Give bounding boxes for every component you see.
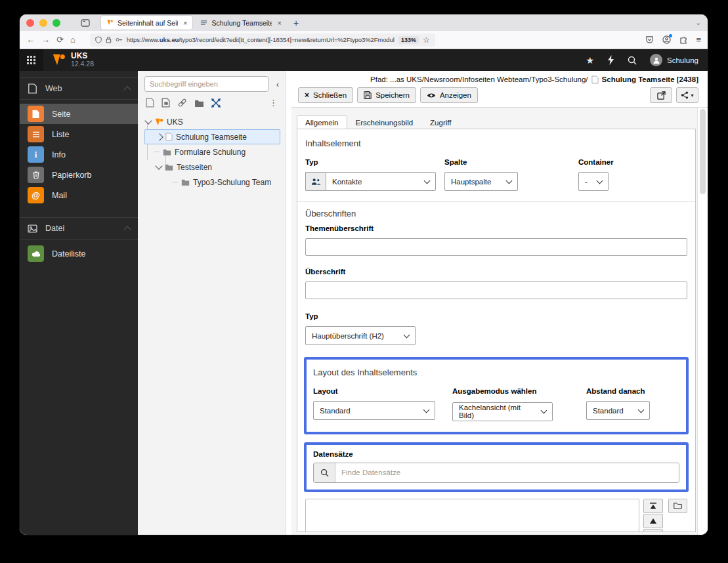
sidebar-item-info[interactable]: i Info <box>20 144 138 165</box>
abstand-select[interactable]: Standard <box>586 401 650 420</box>
ausgabemodus-select[interactable]: Kachelansicht (mit Bild) <box>452 402 553 421</box>
clear-cache-bolt-icon[interactable] <box>607 55 614 65</box>
tree-node-testseiten[interactable]: Testseiten <box>144 159 282 175</box>
record-listbox[interactable] <box>305 499 639 533</box>
chevron-right-icon[interactable] <box>156 133 163 140</box>
chevron-up-icon <box>123 226 131 233</box>
tab-erscheinungsbild[interactable]: Erscheinungsbild <box>347 115 422 129</box>
tree-node-root[interactable]: UKS <box>144 114 282 129</box>
account-icon[interactable] <box>662 35 671 44</box>
minimize-window-button[interactable] <box>39 19 47 27</box>
open-in-new-window-button[interactable] <box>650 87 672 103</box>
module-group-datei[interactable]: Datei <box>20 217 138 240</box>
tree-node-selected[interactable]: Schulung Teamseite <box>144 129 280 144</box>
ueberschrift-typ-select[interactable]: Hauptüberschrift (H2) <box>305 326 416 345</box>
browser-tab-active[interactable]: Seiteninhalt auf Seite "Schulung × <box>101 16 192 30</box>
window-controls <box>26 19 60 27</box>
tree-scrollbar[interactable] <box>286 71 291 535</box>
tab-allgemein[interactable]: Allgemein <box>297 115 347 129</box>
pocket-icon[interactable] <box>645 35 654 44</box>
link-icon[interactable] <box>177 98 187 108</box>
extensions-icon[interactable] <box>679 35 687 44</box>
bookmarks-button[interactable]: ★ <box>586 55 594 66</box>
sidebar-item-mail[interactable]: @ Mail <box>20 185 138 205</box>
content-scrollbar[interactable] <box>697 108 708 535</box>
record-move-buttons <box>643 499 663 533</box>
sidebar-item-dateiliste[interactable]: Dateiliste <box>20 243 138 264</box>
forward-button[interactable]: → <box>41 35 50 44</box>
firefox-view-button[interactable] <box>79 18 92 28</box>
save-button[interactable]: Speichern <box>357 87 416 103</box>
new-page-icon[interactable] <box>146 98 154 108</box>
back-button[interactable]: ← <box>26 35 35 44</box>
typo3-version: 12.4.28 <box>71 60 94 68</box>
chevron-down-icon <box>638 406 645 413</box>
sidebar-item-label: Mail <box>52 191 67 200</box>
section-divider <box>297 201 695 202</box>
tree-options-kebab-icon[interactable]: ⋮ <box>269 98 280 108</box>
sidebar-item-liste[interactable]: Liste <box>20 124 138 144</box>
close-button[interactable]: × Schließen <box>298 87 353 103</box>
field-label-layout: Layout <box>313 387 452 395</box>
record-search-input[interactable] <box>335 463 679 482</box>
layout-select[interactable]: Standard <box>313 401 435 420</box>
chevron-down-icon <box>541 407 547 414</box>
browser-toolbar: ← → ⟳ ⌂ https://www.uks.eu/typo3/record/… <box>20 31 708 49</box>
folder-icon[interactable] <box>194 99 204 107</box>
zoom-window-button[interactable] <box>53 19 60 27</box>
tab-list-chevron-icon[interactable]: ⌄ <box>696 19 701 26</box>
lock-icon[interactable] <box>106 36 112 43</box>
zoom-level-badge[interactable]: 133% <box>398 36 419 44</box>
new-page-content-icon[interactable] <box>161 98 170 108</box>
content-area: Pfad: ...as UKS/Newsroom/Infoseiten Webt… <box>291 71 708 535</box>
browser-window: Seiteninhalt auf Seite "Schulung × Schul… <box>20 14 708 535</box>
breadcrumb: Pfad: ...as UKS/Newsroom/Infoseiten Webt… <box>370 75 588 83</box>
browse-records-button[interactable] <box>668 499 687 513</box>
user-menu[interactable]: Schulung <box>650 54 698 66</box>
chevron-down-icon[interactable] <box>155 162 162 169</box>
collapse-tree-panel-button[interactable]: ‹ <box>274 79 282 89</box>
move-to-top-button[interactable] <box>643 499 663 513</box>
sidebar-item-papierkorb[interactable]: Papierkorb <box>20 165 138 185</box>
move-up-button[interactable] <box>643 514 663 528</box>
spalte-select[interactable]: Hauptspalte <box>444 172 518 191</box>
tree-node-typo3team[interactable]: Typo3-Schulung Team <box>144 175 282 190</box>
tab-zugriff[interactable]: Zugriff <box>421 115 460 129</box>
shield-icon[interactable] <box>95 36 102 43</box>
share-button[interactable]: ▾ <box>676 87 698 103</box>
typ-select[interactable]: Kontakte <box>305 172 436 191</box>
form-tabs: Allgemein Erscheinungsbild Zugriff <box>297 114 696 129</box>
bookmark-star-icon[interactable]: ☆ <box>423 35 430 45</box>
trash-module-icon <box>28 167 44 183</box>
tree-node-formulare[interactable]: Formulare Schulung <box>144 144 282 159</box>
tree-search-input[interactable] <box>144 76 268 92</box>
chevron-down-icon[interactable] <box>144 117 152 124</box>
close-window-button[interactable] <box>26 19 34 27</box>
module-menu-button[interactable] <box>20 49 43 71</box>
browser-tabstrip: Seiteninhalt auf Seite "Schulung × Schul… <box>20 14 708 31</box>
move-down-button[interactable] <box>643 529 663 533</box>
module-group-web[interactable]: Web <box>20 77 138 100</box>
section-title-layout: Layout des Inhaltselements <box>313 367 679 377</box>
reload-button[interactable]: ⟳ <box>56 35 64 44</box>
site-brand[interactable]: UKS 12.4.28 <box>43 52 94 68</box>
menu-button[interactable]: ≡ <box>696 35 701 45</box>
tab-close-icon[interactable]: × <box>183 19 187 27</box>
address-bar[interactable]: https://www.uks.eu/typo3/record/edit?edi… <box>90 33 435 47</box>
view-button[interactable]: Anzeigen <box>420 87 478 103</box>
page-icon <box>165 133 173 141</box>
scrollbar-thumb[interactable] <box>700 109 706 194</box>
container-select[interactable]: - <box>578 172 609 191</box>
record-search-button[interactable] <box>314 463 335 482</box>
ueberschrift-input[interactable] <box>305 282 687 299</box>
key-permissions-icon[interactable] <box>116 37 123 43</box>
tab-close-icon[interactable]: × <box>277 19 281 27</box>
collapse-all-icon[interactable] <box>211 98 221 108</box>
browser-tab-inactive[interactable]: Schulung Teamseite - Universität × <box>195 16 286 30</box>
home-button[interactable]: ⌂ <box>70 35 75 44</box>
search-icon[interactable] <box>628 56 637 65</box>
new-tab-button[interactable]: + <box>293 18 299 28</box>
themenueberschrift-input[interactable] <box>305 238 687 256</box>
toolbar-icons: ≡ <box>645 35 701 45</box>
sidebar-item-seite[interactable]: Seite <box>20 104 138 124</box>
